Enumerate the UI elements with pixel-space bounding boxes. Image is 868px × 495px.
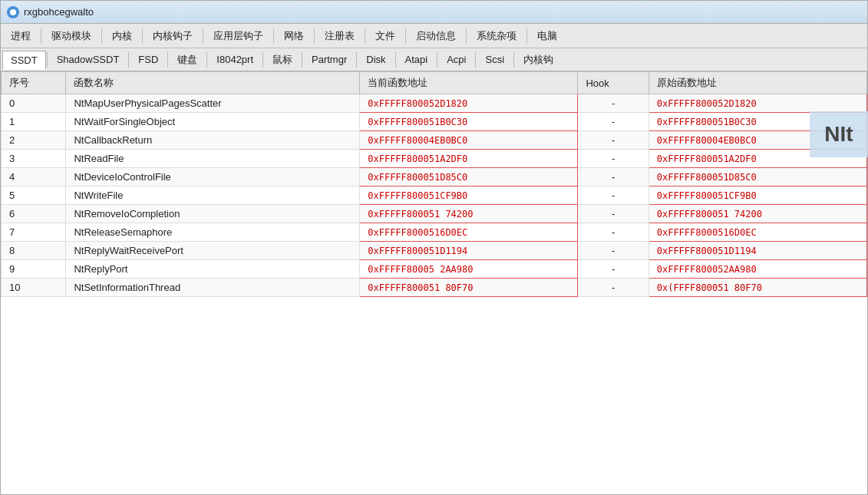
tab-sep-5 bbox=[262, 52, 263, 68]
cell-hook: - bbox=[578, 279, 649, 297]
table-row[interactable]: 5NtWriteFile0xFFFFF800051CF9B0-0xFFFFF80… bbox=[2, 186, 867, 205]
cell-hook: - bbox=[578, 168, 649, 186]
cell-original-addr: 0xFFFFF8000516D0EC bbox=[649, 223, 866, 242]
menu-app-hook[interactable]: 应用层钩子 bbox=[205, 25, 272, 47]
cell-id: 2 bbox=[2, 131, 66, 150]
menu-bar: 进程 驱动模块 内核 内核钩子 应用层钩子 网络 注册表 文件 启动信息 系统杂… bbox=[1, 24, 867, 48]
menu-kernel-hook[interactable]: 内核钩子 bbox=[144, 25, 201, 47]
cell-current-addr: 0xFFFFF800051 74200 bbox=[360, 205, 578, 223]
cell-hook: - bbox=[578, 150, 649, 168]
table-container: 序号 函数名称 当前函数地址 Hook 原始函数地址 0NtMapUserPhy… bbox=[1, 71, 867, 494]
cell-func-name: NtReleaseSemaphore bbox=[66, 223, 360, 242]
cell-id: 3 bbox=[2, 150, 66, 168]
cell-id: 0 bbox=[2, 94, 66, 113]
cell-current-addr: 0xFFFFF800051CF9B0 bbox=[360, 186, 578, 205]
table-row[interactable]: 9NtReplyPort0xFFFFF80005 2AA980-0xFFFFF8… bbox=[2, 260, 867, 279]
tab-fsd[interactable]: FSD bbox=[130, 50, 167, 69]
menu-kernel[interactable]: 内核 bbox=[104, 25, 140, 47]
table-row[interactable]: 10NtSetInformationThread0xFFFFF800051 80… bbox=[2, 279, 867, 297]
table-body: 0NtMapUserPhysicalPagesScatter0xFFFFF800… bbox=[2, 94, 867, 297]
tab-sep-4 bbox=[206, 52, 207, 68]
cell-id: 8 bbox=[2, 242, 66, 260]
col-header-name: 函数名称 bbox=[66, 72, 360, 94]
cell-hook: - bbox=[578, 94, 649, 113]
tab-partmgr[interactable]: Partmgr bbox=[303, 50, 355, 69]
cell-hook: - bbox=[578, 113, 649, 131]
window-title: rxgbohcegwalto bbox=[24, 6, 94, 18]
menu-sep-8 bbox=[405, 28, 406, 44]
menu-sep-3 bbox=[142, 28, 143, 44]
table-row[interactable]: 7NtReleaseSemaphore0xFFFFF8000516D0EC-0x… bbox=[2, 223, 867, 242]
cell-current-addr: 0xFFFFF800051B0C30 bbox=[360, 113, 578, 131]
tab-disk[interactable]: Disk bbox=[358, 50, 394, 69]
cell-current-addr: 0xFFFFF80005 2AA980 bbox=[360, 260, 578, 279]
cell-current-addr: 0xFFFFF800051A2DF0 bbox=[360, 150, 578, 168]
menu-file[interactable]: 文件 bbox=[367, 25, 404, 47]
menu-registry[interactable]: 注册表 bbox=[316, 25, 363, 47]
cell-hook: - bbox=[578, 260, 649, 279]
cell-id: 9 bbox=[2, 260, 66, 279]
menu-sep-1 bbox=[41, 28, 41, 44]
cell-hook: - bbox=[578, 186, 649, 205]
table-row[interactable]: 1NtWaitForSingleObject0xFFFFF800051B0C30… bbox=[2, 113, 867, 131]
cell-func-name: NtWriteFile bbox=[66, 186, 360, 205]
table-row[interactable]: 4NtDeviceIoControlFile0xFFFFF800051D85C0… bbox=[2, 168, 867, 186]
main-window: rxgbohcegwalto 进程 驱动模块 内核 内核钩子 应用层钩子 网络 … bbox=[0, 0, 868, 495]
cell-hook: - bbox=[578, 223, 649, 242]
cell-func-name: NtReplyWaitReceivePort bbox=[66, 242, 360, 260]
menu-sep-10 bbox=[526, 28, 527, 44]
tab-kernel-hook[interactable]: 内核钩 bbox=[515, 49, 562, 71]
cell-hook: - bbox=[578, 242, 649, 260]
tab-ssdt[interactable]: SSDT bbox=[2, 51, 46, 70]
col-header-current: 当前函数地址 bbox=[360, 72, 578, 94]
menu-sep-7 bbox=[365, 28, 365, 44]
cell-id: 7 bbox=[2, 223, 66, 242]
menu-network[interactable]: 网络 bbox=[276, 25, 312, 47]
cell-func-name: NtCallbackReturn bbox=[66, 131, 360, 150]
title-bar: rxgbohcegwalto bbox=[1, 1, 867, 24]
table-row[interactable]: 8NtReplyWaitReceivePort0xFFFFF800051D119… bbox=[2, 242, 867, 260]
cell-original-addr: 0x(FFFF800051 80F70 bbox=[649, 279, 866, 297]
cell-hook: - bbox=[578, 131, 649, 150]
cell-current-addr: 0xFFFFF8000516D0EC bbox=[360, 223, 578, 242]
cell-id: 4 bbox=[2, 168, 66, 186]
cell-current-addr: 0xFFFFF800051 80F70 bbox=[360, 279, 578, 297]
menu-driver[interactable]: 驱动模块 bbox=[43, 25, 100, 47]
menu-computer[interactable]: 电脑 bbox=[529, 25, 566, 47]
cell-func-name: NtSetInformationThread bbox=[66, 279, 360, 297]
col-header-id: 序号 bbox=[2, 72, 66, 94]
tab-keyboard[interactable]: 键盘 bbox=[169, 49, 206, 71]
cell-id: 6 bbox=[2, 205, 66, 223]
cell-original-addr: 0xFFFFF800051 74200 bbox=[649, 205, 866, 223]
cell-func-name: NtWaitForSingleObject bbox=[66, 113, 360, 131]
tab-scsi[interactable]: Scsi bbox=[477, 50, 513, 69]
data-table: 序号 函数名称 当前函数地址 Hook 原始函数地址 0NtMapUserPhy… bbox=[1, 71, 867, 297]
tab-acpi[interactable]: Acpi bbox=[438, 50, 474, 69]
table-row[interactable]: 0NtMapUserPhysicalPagesScatter0xFFFFF800… bbox=[2, 94, 867, 113]
menu-misc[interactable]: 系统杂项 bbox=[468, 25, 525, 47]
cell-original-addr: 0xFFFFF800052AA980 bbox=[649, 260, 866, 279]
table-row[interactable]: 6NtRemoveIoCompletion0xFFFFF800051 74200… bbox=[2, 205, 867, 223]
cell-current-addr: 0xFFFFF800052D1820 bbox=[360, 94, 578, 113]
cell-current-addr: 0xFFFFF800051D1194 bbox=[360, 242, 578, 260]
tab-i8042prt[interactable]: I8042prt bbox=[208, 50, 262, 69]
cell-id: 10 bbox=[2, 279, 66, 297]
menu-sep-9 bbox=[466, 28, 467, 44]
cell-func-name: NtReplyPort bbox=[66, 260, 360, 279]
cell-func-name: NtReadFile bbox=[66, 150, 360, 168]
tab-mouse[interactable]: 鼠标 bbox=[264, 49, 301, 71]
tab-sep-7 bbox=[356, 52, 357, 68]
tab-bar: SSDT ShadowSSDT FSD 键盘 I8042prt 鼠标 Partm… bbox=[1, 48, 867, 71]
cell-id: 5 bbox=[2, 186, 66, 205]
tab-atapi[interactable]: Atapi bbox=[397, 50, 437, 69]
content-area: 序号 函数名称 当前函数地址 Hook 原始函数地址 0NtMapUserPhy… bbox=[1, 71, 867, 494]
col-header-original: 原始函数地址 bbox=[649, 72, 866, 94]
menu-sep-6 bbox=[314, 28, 315, 44]
menu-startup[interactable]: 启动信息 bbox=[408, 25, 464, 47]
menu-process[interactable]: 进程 bbox=[2, 25, 39, 47]
tab-sep-1 bbox=[47, 52, 48, 68]
table-row[interactable]: 3NtReadFile0xFFFFF800051A2DF0-0xFFFFF800… bbox=[2, 150, 867, 168]
table-row[interactable]: 2NtCallbackReturn0xFFFFF80004EB0BC0-0xFF… bbox=[2, 131, 867, 150]
cell-func-name: NtDeviceIoControlFile bbox=[66, 168, 360, 186]
tab-shadowssdt[interactable]: ShadowSSDT bbox=[48, 50, 128, 69]
